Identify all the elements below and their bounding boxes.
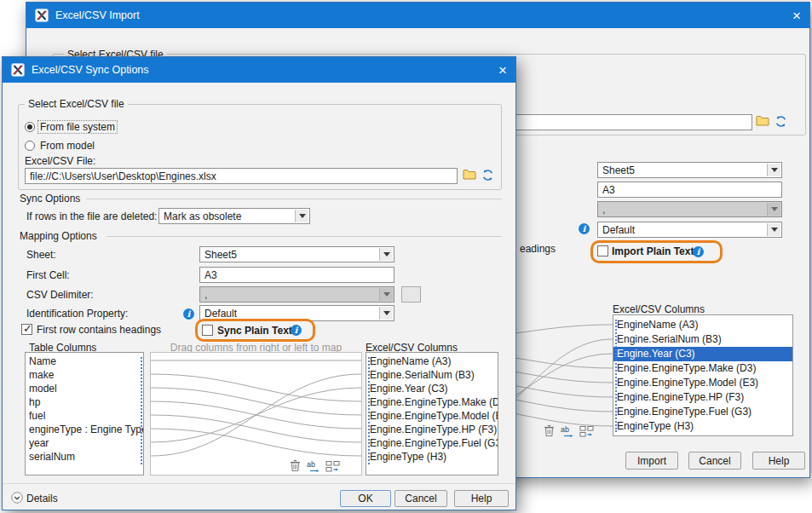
custom-delimiter-field — [401, 286, 421, 303]
import-help-button[interactable]: Help — [752, 452, 805, 470]
file-path-input[interactable]: file://C:\Users\User\Desktop\Engines.xls… — [25, 168, 458, 184]
sync-dialog-titlebar[interactable]: Excel/CSV Sync Options × — [3, 57, 515, 83]
from-file-system-label[interactable]: From file system — [38, 121, 117, 133]
import-close-icon[interactable]: × — [792, 9, 801, 23]
import-plain-text-checkbox[interactable] — [597, 245, 608, 256]
list-item[interactable]: Engine.EngineType.Make (D3) — [366, 395, 498, 409]
list-item[interactable]: Engine.SerialNum (B3) — [613, 332, 792, 347]
import-excel-columns-list[interactable]: EngineName (A3) Engine.SerialNum (B3) En… — [613, 314, 793, 436]
import-cancel-button[interactable]: Cancel — [688, 452, 741, 470]
list-item[interactable]: EngineType (H3) — [613, 419, 792, 434]
import-browse-folder-icon[interactable] — [756, 115, 769, 126]
list-item[interactable]: Engine.EngineType.Fuel (G3) — [613, 405, 792, 419]
deleted-rows-label: If rows in the file are deleted: — [26, 210, 157, 222]
list-item[interactable]: Engine.Year (C3) — [366, 382, 498, 395]
import-dialog-titlebar[interactable]: Excel/CSV Import × — [26, 3, 809, 28]
screen: Excel/CSV Import × Select Excel/CSV file… — [0, 0, 812, 513]
import-first-cell-value: A3 — [602, 184, 615, 196]
delete-mapping-icon[interactable] — [544, 424, 555, 437]
import-id-property-value: Default — [602, 224, 635, 236]
map-by-order-icon[interactable] — [325, 460, 340, 473]
mapping-curves — [151, 353, 361, 475]
chevron-down-icon — [379, 307, 393, 320]
app-icon — [35, 9, 49, 22]
sheet-value: Sheet5 — [204, 249, 237, 261]
cancel-button[interactable]: Cancel — [394, 490, 447, 507]
first-cell-value: A3 — [204, 269, 217, 281]
mapping-anchor-line — [368, 357, 370, 464]
list-item[interactable]: Engine.EngineType.Make (D3) — [613, 361, 792, 376]
help-button[interactable]: Help — [454, 490, 509, 507]
sync-plain-text-label: Sync Plain Text — [217, 325, 292, 337]
info-icon[interactable]: i — [693, 246, 704, 257]
list-item[interactable]: Name — [26, 354, 143, 368]
import-sheet-combo[interactable]: Sheet5 — [597, 162, 782, 178]
sync-plain-text-checkbox[interactable] — [202, 325, 213, 336]
info-icon[interactable]: i — [579, 223, 590, 234]
list-item[interactable]: model — [26, 382, 143, 395]
details-expander-icon[interactable] — [11, 492, 23, 504]
import-button[interactable]: Import — [625, 452, 678, 470]
import-sheet-value: Sheet5 — [602, 164, 635, 176]
list-item[interactable]: EngineType (H3) — [366, 450, 498, 464]
list-item[interactable]: Engine.EngineType.HP (F3) — [366, 423, 498, 436]
import-id-property-combo[interactable]: Default — [597, 222, 782, 238]
details-label[interactable]: Details — [26, 493, 58, 504]
first-cell-label: First Cell: — [26, 269, 70, 281]
list-item[interactable]: Engine.EngineType.Model (E3) — [613, 376, 792, 390]
file-field-label: Excel/CSV File: — [25, 155, 95, 167]
sync-options-section-label: Sync Options — [20, 193, 80, 205]
csv-delimiter-value: , — [204, 289, 207, 301]
sync-select-file-label: Select Excel/CSV file — [25, 98, 128, 110]
from-model-radio[interactable] — [25, 141, 35, 151]
list-item[interactable]: Engine.EngineType.HP (F3) — [613, 390, 792, 405]
csv-delimiter-combo: , — [199, 286, 394, 303]
info-icon[interactable]: i — [291, 325, 302, 336]
from-model-label[interactable]: From model — [40, 140, 95, 152]
list-item[interactable]: engineType : Engine Type — [26, 423, 143, 436]
chevron-down-icon — [295, 210, 308, 222]
mapping-anchor-line — [615, 320, 617, 432]
import-first-cell-input[interactable]: A3 — [597, 182, 782, 198]
first-row-headings-checkbox[interactable] — [21, 324, 32, 335]
sheet-combo[interactable]: Sheet5 — [199, 246, 394, 262]
first-row-headings-label[interactable]: First row contains headings — [37, 324, 161, 336]
first-cell-input[interactable]: A3 — [199, 267, 394, 283]
divider — [3, 483, 515, 484]
app-icon — [11, 63, 25, 77]
list-item[interactable]: Engine.EngineType.Model (E3) — [366, 409, 498, 423]
list-item[interactable]: fuel — [26, 409, 143, 423]
mapping-options-section-label: Mapping Options — [20, 230, 97, 242]
list-item[interactable]: hp — [26, 395, 143, 409]
id-property-label: Identification Property: — [26, 308, 128, 320]
chevron-down-icon — [767, 203, 780, 216]
browse-folder-icon[interactable] — [463, 169, 476, 180]
delete-mapping-icon[interactable] — [290, 459, 301, 472]
deleted-rows-combo[interactable]: Mark as obsolete — [158, 208, 310, 224]
id-property-value: Default — [204, 308, 237, 320]
svg-text:ab: ab — [561, 425, 569, 434]
list-item[interactable]: Engine.SerialNum (B3) — [366, 368, 498, 382]
sync-dialog-title: Excel/CSV Sync Options — [32, 64, 492, 76]
map-by-name-icon[interactable]: ab — [307, 460, 322, 473]
list-item[interactable]: EngineName (A3) — [613, 318, 792, 332]
map-by-name-icon[interactable]: ab — [561, 425, 576, 438]
table-columns-list[interactable]: Name make model hp fuel engineType : Eng… — [25, 352, 144, 476]
refresh-icon[interactable] — [481, 169, 494, 182]
list-item[interactable]: Engine.EngineType.Fuel (G3) — [366, 436, 498, 450]
list-item[interactable]: EngineName (A3) — [366, 354, 498, 368]
file-path-value: file://C:\Users\User\Desktop\Engines.xls… — [30, 170, 216, 182]
list-item[interactable]: serialNum — [26, 450, 143, 464]
map-by-order-icon[interactable] — [579, 425, 594, 438]
from-file-system-radio[interactable] — [25, 122, 35, 132]
sync-close-icon[interactable]: × — [498, 63, 507, 78]
info-icon[interactable]: i — [183, 308, 194, 320]
import-refresh-icon[interactable] — [775, 115, 787, 128]
list-item[interactable]: Engine.Year (C3) — [613, 347, 792, 361]
excel-columns-list[interactable]: EngineName (A3) Engine.SerialNum (B3) En… — [366, 352, 498, 476]
ok-button[interactable]: OK — [340, 490, 391, 507]
chevron-down-icon — [379, 248, 393, 261]
list-item[interactable]: year — [26, 436, 143, 450]
list-item[interactable]: make — [26, 368, 143, 382]
divider — [86, 199, 502, 199]
